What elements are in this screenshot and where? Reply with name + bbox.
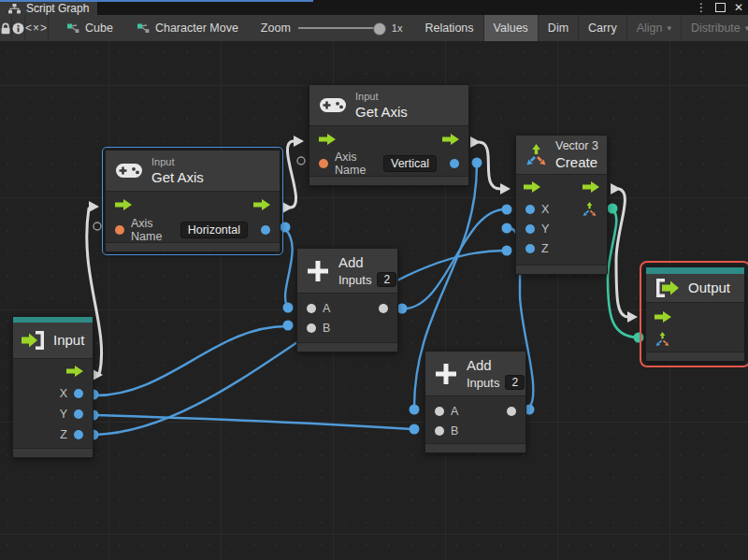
node-title: Output (688, 279, 730, 297)
breadcrumb-cube[interactable]: Cube (62, 15, 119, 41)
input-port-x[interactable] (525, 205, 535, 214)
vector3-input-port[interactable] (654, 332, 670, 347)
lock-button[interactable] (0, 15, 12, 41)
node-add-1[interactable]: Add Inputs 2 A B (296, 248, 398, 352)
info-button[interactable] (12, 15, 25, 41)
carry-button[interactable]: Carry (579, 15, 627, 41)
node-header[interactable]: Output (646, 274, 744, 303)
port-label: X (541, 203, 549, 216)
menu-icon[interactable]: ⋮ (696, 1, 707, 14)
zoom-slider-handle[interactable] (373, 22, 386, 36)
node-footer (13, 448, 93, 457)
output-port-y[interactable] (74, 409, 83, 419)
distribute-label: Distribute (691, 22, 741, 35)
tab-script-graph[interactable]: Script Graph (0, 2, 97, 15)
distribute-dropdown[interactable]: Distribute ▾ (682, 15, 748, 41)
port-row-x: X (13, 383, 93, 404)
vector3-result-port[interactable] (582, 202, 597, 217)
node-category: Input (355, 90, 408, 103)
port-row-b: B (425, 421, 525, 440)
node-header[interactable]: Add Inputs 2 (297, 249, 397, 294)
dim-button[interactable]: Dim (539, 15, 579, 41)
zoom-slider[interactable] (298, 15, 384, 41)
flow-in-arrow-icon[interactable] (319, 134, 336, 145)
node-get-axis-horizontal[interactable]: Input Get Axis Axis Name Horizontal (105, 150, 280, 252)
sum-port[interactable] (507, 407, 516, 416)
flow-in-arrow-icon[interactable] (115, 199, 132, 210)
node-get-axis-vertical[interactable]: Input Get Axis Axis Name Vertical (309, 84, 469, 186)
port-row-y: Y (13, 404, 93, 424)
relations-button[interactable]: Relations (415, 15, 483, 41)
gamepad-icon (116, 163, 142, 179)
input-port-a[interactable] (435, 407, 444, 416)
port-label: Y (541, 223, 549, 236)
script-graph-window: Script Graph ⋮ ✕ <×> Cube (0, 0, 748, 560)
node-header[interactable]: Vector 3 Create (516, 136, 607, 175)
breadcrumb-character-move[interactable]: Character Move (132, 15, 244, 41)
input-port-a[interactable] (307, 304, 316, 313)
zoom-label: Zoom (261, 22, 291, 35)
flow-row (309, 126, 468, 151)
code-view-button[interactable]: <×> (25, 15, 49, 41)
node-accent-bar (646, 267, 744, 274)
flow-out-arrow-icon[interactable] (253, 199, 270, 210)
zoom-value: 1x (392, 22, 403, 34)
node-header[interactable]: Add Inputs 2 (425, 352, 525, 396)
result-port[interactable] (261, 225, 270, 235)
inputs-label: Inputs (467, 376, 499, 390)
string-port[interactable] (319, 159, 328, 168)
input-port-y[interactable] (525, 224, 535, 234)
port-row-a: A (297, 298, 397, 318)
graph-icon (137, 23, 150, 34)
string-port[interactable] (115, 225, 124, 235)
close-icon[interactable]: ✕ (734, 1, 743, 14)
result-port[interactable] (450, 159, 459, 168)
node-title: Get Axis (151, 168, 204, 187)
maximize-icon[interactable] (715, 3, 726, 12)
node-title: Create (555, 153, 598, 172)
node-header[interactable]: Input Get Axis (106, 151, 280, 192)
input-port-b[interactable] (307, 323, 316, 333)
plus-icon (434, 362, 458, 386)
output-port-x[interactable] (74, 389, 83, 398)
node-header[interactable]: Input Get Axis (309, 85, 468, 126)
output-port-z[interactable] (74, 430, 83, 439)
values-label: Values (494, 22, 528, 35)
input-port-b[interactable] (435, 426, 444, 436)
flow-in-arrow-icon[interactable] (524, 181, 540, 193)
node-footer (516, 265, 607, 274)
port-row-a: A (425, 401, 525, 421)
port-row-z: Z (516, 238, 607, 258)
node-title: Add (338, 254, 396, 270)
zoom-slider-track (298, 27, 384, 29)
node-header[interactable]: Input (13, 323, 93, 359)
node-graph-input[interactable]: Input X Y Z (12, 316, 94, 458)
axis-name-field[interactable]: Vertical (383, 155, 437, 172)
inputs-count-field[interactable]: 2 (377, 272, 396, 287)
flow-out-arrow-icon[interactable] (442, 134, 459, 145)
plus-icon (306, 259, 330, 283)
port-row-z: Z (13, 424, 93, 445)
node-graph-output[interactable]: Output (645, 266, 745, 362)
flow-out-arrow-icon[interactable] (583, 181, 599, 193)
node-vector3-create[interactable]: Vector 3 Create X (515, 135, 608, 275)
flow-in-arrow-icon[interactable] (654, 311, 671, 323)
node-category: Vector 3 (555, 138, 598, 153)
values-button[interactable]: Values (484, 15, 539, 41)
graph-icon (67, 23, 79, 34)
align-dropdown[interactable]: Align ▾ (627, 15, 682, 41)
port-label: Y (60, 408, 67, 421)
port-label: Z (60, 428, 67, 441)
zoom-control: Zoom 1x (261, 15, 410, 41)
flow-out-arrow-icon[interactable] (66, 366, 83, 377)
node-add-2[interactable]: Add Inputs 2 A B (424, 351, 526, 453)
node-title: Add (467, 357, 525, 373)
port-row-x: X (516, 199, 607, 219)
breadcrumb-label: Character Move (155, 22, 238, 35)
flow-row (13, 359, 93, 383)
inputs-count-field[interactable]: 2 (505, 375, 525, 390)
sum-port[interactable] (379, 304, 388, 313)
input-port-z[interactable] (525, 244, 535, 253)
port-label: B (323, 322, 330, 335)
axis-name-field[interactable]: Horizontal (180, 222, 248, 238)
